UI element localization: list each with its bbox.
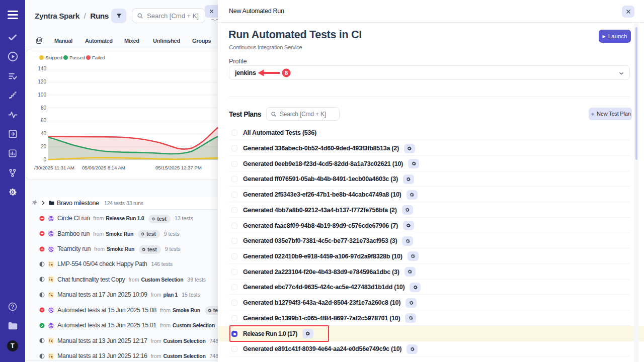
- svg-text:8: 8: [285, 70, 288, 76]
